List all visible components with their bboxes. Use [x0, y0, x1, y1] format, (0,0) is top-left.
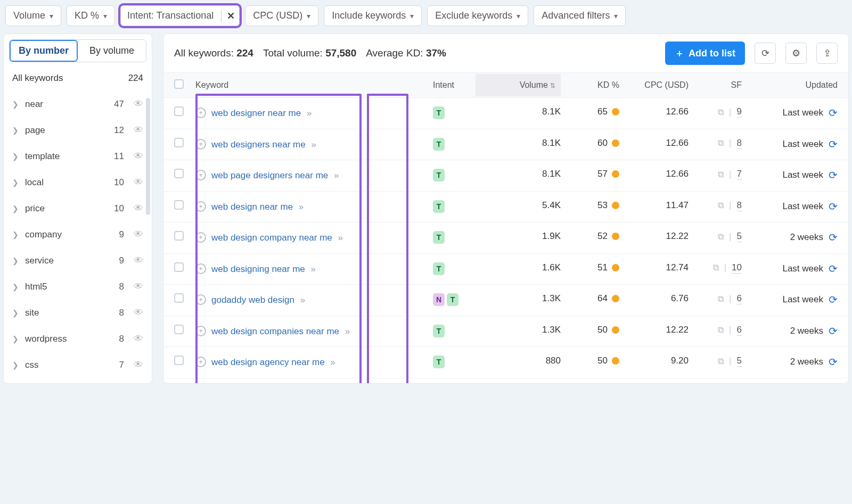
serp-icon[interactable]: ⧉	[718, 170, 724, 179]
row-checkbox[interactable]	[174, 325, 184, 334]
eye-icon[interactable]: 👁	[134, 255, 143, 266]
cell-sf[interactable]: 5	[737, 231, 742, 242]
expand-icon[interactable]: +	[195, 294, 206, 305]
eye-icon[interactable]: 👁	[134, 98, 143, 110]
sidebar-item-page[interactable]: ❯page12👁	[9, 117, 146, 143]
keyword-link[interactable]: web design agency near me »	[211, 356, 335, 369]
col-sf[interactable]: SF	[689, 80, 742, 90]
eye-icon[interactable]: 👁	[134, 333, 143, 344]
col-updated[interactable]: Updated	[742, 80, 838, 90]
row-checkbox[interactable]	[174, 200, 184, 210]
row-checkbox[interactable]	[174, 262, 184, 272]
filter-volume[interactable]: Volume▾	[5, 5, 61, 26]
filter-include[interactable]: Include keywords▾	[324, 5, 422, 26]
eye-icon[interactable]: 👁	[134, 125, 143, 136]
cell-sf[interactable]: 6	[737, 325, 742, 336]
serp-icon[interactable]: ⧉	[718, 294, 724, 304]
keyword-link[interactable]: web design company near me »	[211, 231, 343, 245]
refresh-icon[interactable]: ⟳	[829, 138, 838, 151]
sidebar-item-near[interactable]: ❯near47👁	[9, 91, 146, 117]
sidebar-item-html5[interactable]: ❯html58👁	[9, 274, 146, 300]
expand-icon[interactable]: +	[195, 201, 206, 212]
refresh-icon[interactable]: ⟳	[829, 325, 838, 337]
serp-icon[interactable]: ⧉	[718, 201, 724, 210]
eye-icon[interactable]: 👁	[134, 151, 143, 162]
cell-sf[interactable]: 7	[737, 169, 742, 180]
close-icon[interactable]: ✕	[221, 10, 235, 22]
sidebar-item-company[interactable]: ❯company9👁	[9, 221, 146, 247]
refresh-icon[interactable]: ⟳	[829, 262, 838, 275]
expand-icon[interactable]: +	[195, 263, 206, 274]
eye-icon[interactable]: 👁	[134, 307, 143, 318]
keyword-link[interactable]: web design near me »	[211, 200, 304, 214]
cell-sf[interactable]: 8	[737, 200, 742, 211]
keyword-link[interactable]: web designing near me »	[211, 262, 316, 276]
col-kd[interactable]: KD %	[561, 80, 619, 90]
settings-button[interactable]: ⚙	[785, 43, 807, 64]
export-button[interactable]: ⇪	[816, 43, 838, 64]
serp-icon[interactable]: ⧉	[718, 138, 724, 148]
col-keyword[interactable]: Keyword	[195, 80, 433, 90]
sidebar-item-local[interactable]: ❯local10👁	[9, 169, 146, 195]
refresh-icon[interactable]: ⟳	[829, 106, 838, 119]
filter-advanced[interactable]: Advanced filters▾	[534, 5, 626, 26]
serp-icon[interactable]: ⧉	[718, 357, 724, 366]
filter-cpc[interactable]: CPC (USD)▾	[245, 5, 318, 26]
serp-icon[interactable]: ⧉	[718, 325, 724, 335]
cell-sf[interactable]: 9	[737, 106, 742, 118]
sidebar-item-site[interactable]: ❯site8👁	[9, 300, 146, 326]
expand-icon[interactable]: +	[195, 232, 206, 243]
row-checkbox[interactable]	[174, 293, 184, 303]
serp-icon[interactable]: ⧉	[718, 108, 724, 117]
eye-icon[interactable]: 👁	[134, 281, 143, 292]
expand-icon[interactable]: +	[195, 357, 206, 367]
expand-icon[interactable]: +	[195, 108, 206, 118]
eye-icon[interactable]: 👁	[134, 229, 143, 240]
row-checkbox[interactable]	[174, 169, 184, 178]
refresh-icon[interactable]: ⟳	[829, 293, 838, 306]
row-checkbox[interactable]	[174, 356, 184, 365]
keyword-link[interactable]: web designers near me »	[211, 138, 316, 152]
keyword-link[interactable]: web design companies near me »	[211, 325, 350, 338]
refresh-icon[interactable]: ⟳	[829, 231, 838, 244]
eye-icon[interactable]: 👁	[134, 359, 143, 370]
select-all-checkbox[interactable]	[174, 79, 184, 89]
row-checkbox[interactable]	[174, 106, 184, 116]
cell-sf[interactable]: 5	[737, 356, 742, 367]
filter-intent[interactable]: Intent: Transactional ✕	[120, 5, 240, 26]
eye-icon[interactable]: 👁	[134, 177, 143, 188]
sidebar-all-keywords[interactable]: All keywords224	[9, 70, 146, 91]
refresh-icon[interactable]: ⟳	[829, 356, 838, 368]
toggle-by-number[interactable]: By number	[10, 40, 78, 62]
keyword-link[interactable]: web page designers near me »	[211, 169, 339, 183]
row-checkbox[interactable]	[174, 138, 184, 147]
row-checkbox[interactable]	[174, 231, 184, 241]
scrollbar[interactable]	[146, 98, 150, 215]
add-to-list-button[interactable]: ＋Add to list	[665, 42, 745, 65]
sidebar-item-price[interactable]: ❯price10👁	[9, 195, 146, 221]
cell-sf[interactable]: 8	[737, 138, 742, 149]
filter-kd[interactable]: KD %▾	[67, 5, 115, 26]
serp-icon[interactable]: ⧉	[713, 263, 719, 272]
expand-icon[interactable]: +	[195, 139, 206, 150]
sidebar-item-wordpress[interactable]: ❯wordpress8👁	[9, 326, 146, 352]
sidebar-item-css[interactable]: ❯css7👁	[9, 352, 146, 378]
toggle-by-volume[interactable]: By volume	[78, 40, 146, 62]
refresh-icon[interactable]: ⟳	[829, 200, 838, 213]
col-volume[interactable]: Volume⇅	[476, 74, 561, 96]
cell-sf[interactable]: 6	[737, 293, 742, 304]
sidebar-item-template[interactable]: ❯template11👁	[9, 143, 146, 169]
refresh-button[interactable]: ⟳	[755, 43, 776, 64]
refresh-icon[interactable]: ⟳	[829, 169, 838, 181]
filter-exclude[interactable]: Exclude keywords▾	[427, 5, 528, 26]
serp-icon[interactable]: ⧉	[718, 232, 724, 242]
col-cpc[interactable]: CPC (USD)	[619, 80, 689, 90]
keyword-link[interactable]: web designer near me »	[211, 106, 312, 120]
eye-icon[interactable]: 👁	[134, 203, 143, 214]
cell-sf[interactable]: 10	[732, 262, 742, 274]
expand-icon[interactable]: +	[195, 326, 206, 336]
col-intent[interactable]: Intent	[433, 80, 476, 90]
sidebar-item-service[interactable]: ❯service9👁	[9, 247, 146, 274]
expand-icon[interactable]: +	[195, 170, 206, 180]
keyword-link[interactable]: godaddy web design »	[211, 293, 305, 307]
